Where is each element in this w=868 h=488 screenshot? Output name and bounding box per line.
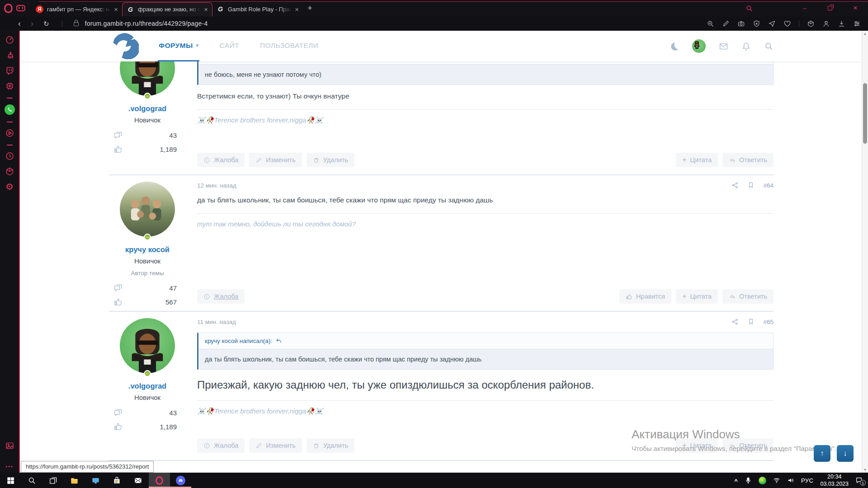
hidden-icons-chevron[interactable]: ^ [734, 478, 738, 484]
close-tab-icon[interactable]: × [204, 6, 208, 13]
report-button[interactable]: Жалоба [197, 153, 245, 167]
post-time[interactable]: 12 мин. назад [197, 182, 236, 189]
search-icon[interactable] [764, 42, 774, 51]
maximize-button[interactable] [817, 1, 843, 15]
back-icon[interactable]: ‹ [18, 19, 21, 28]
gx-control-icon[interactable] [5, 35, 14, 45]
gx-mods-icon[interactable] [5, 81, 14, 91]
send-to-flow-icon[interactable] [768, 20, 776, 28]
quote-button[interactable]: +Цитата [676, 153, 718, 167]
site-options-icon[interactable]: ⋮ [59, 20, 66, 27]
microphone-tray-icon[interactable] [745, 477, 752, 484]
opera-menu-icon[interactable] [4, 4, 13, 13]
history-clock-icon[interactable] [5, 151, 14, 161]
my-account-avatar[interactable] [692, 39, 706, 53]
jump-to-top-button[interactable]: ↑ [814, 445, 830, 462]
scrollbar-up-arrow[interactable]: ▲ [862, 32, 868, 35]
jump-to-bottom-button[interactable]: ↓ [837, 445, 854, 462]
reply-button[interactable]: Ответить [722, 153, 774, 167]
new-tab-button[interactable]: + [307, 3, 312, 13]
share-icon[interactable] [731, 182, 739, 189]
sidebar-more-icon[interactable]: ••• [5, 464, 14, 469]
report-button[interactable]: Жалоба [197, 438, 245, 453]
minimize-button[interactable]: – [792, 1, 817, 15]
nav-site[interactable]: САЙТ [218, 31, 240, 61]
taskbar-search-button[interactable] [21, 473, 42, 488]
inbox-mail-icon[interactable] [719, 42, 728, 51]
profile-icon[interactable] [822, 20, 830, 28]
tab-gambit-rules[interactable]: G Gambit Role Play - Правил × [212, 2, 303, 16]
gambit-logo[interactable] [109, 33, 139, 59]
start-button[interactable] [0, 473, 21, 488]
tab-active-thread[interactable]: G фракцию не знаю, но по п × [122, 2, 212, 16]
discord-taskbar-button[interactable] [170, 473, 191, 488]
scrollbar-down-arrow[interactable]: ▼ [862, 468, 868, 471]
like-button[interactable]: Нравится [619, 289, 671, 304]
snapshot-icon[interactable] [737, 20, 745, 28]
snapshot-image-icon[interactable] [5, 441, 14, 450]
downloads-icon[interactable] [838, 20, 845, 28]
mail-app-button[interactable] [127, 473, 149, 488]
scrollbar-thumb[interactable] [863, 83, 867, 144]
task-view-button[interactable] [42, 473, 64, 488]
bookmark-icon[interactable] [747, 182, 755, 189]
avatar[interactable] [120, 318, 175, 373]
bookmark-icon[interactable] [747, 318, 755, 325]
action-center-button[interactable]: 1 [855, 477, 863, 484]
close-tab-icon[interactable]: × [114, 6, 118, 13]
gx-cleaner-icon[interactable] [5, 51, 14, 60]
player-icon[interactable] [5, 128, 14, 138]
forward-icon[interactable]: › [31, 19, 33, 28]
nav-forums[interactable]: ФОРУМЫ ▾ [158, 31, 199, 61]
lock-icon[interactable] [74, 22, 79, 26]
edit-button[interactable]: Изменить [249, 438, 302, 453]
file-explorer-button[interactable] [64, 473, 85, 488]
delete-button[interactable]: Удалить [307, 153, 354, 167]
twitch-icon[interactable] [5, 66, 14, 75]
alerts-bell-icon[interactable] [741, 42, 751, 51]
volume-tray-icon[interactable] [787, 477, 794, 484]
quote-jump-icon[interactable] [276, 338, 282, 344]
reply-button[interactable]: Ответить [722, 289, 774, 304]
whatsapp-icon[interactable] [5, 104, 15, 115]
share-icon[interactable] [731, 318, 739, 325]
avatar[interactable] [120, 182, 175, 237]
tab-yandex[interactable]: Я гамбит рп — Яндекс: наш × [32, 2, 122, 16]
bookmark-heart-icon[interactable] [783, 20, 791, 28]
this-pc-button[interactable] [85, 473, 106, 488]
adblock-shield-icon[interactable] [753, 20, 760, 28]
taskbar-clock[interactable]: 20:34 03.03.2023 [820, 473, 849, 488]
quote-header[interactable]: кручу косой написал(а): [198, 333, 773, 349]
quote-button[interactable]: +Цитата [676, 438, 718, 453]
post-time[interactable]: 11 мин. назад [197, 319, 236, 325]
page-scrollbar[interactable]: ▲ ▼ [862, 31, 868, 473]
report-button[interactable]: Жалоба [197, 289, 245, 304]
post-number-link[interactable]: #65 [763, 319, 774, 325]
nav-users[interactable]: ПОЛЬЗОВАТЕЛИ [259, 31, 319, 61]
antivirus-tray-icon[interactable] [759, 477, 766, 484]
username-link[interactable]: .volgograd [128, 382, 166, 390]
gx-corner-icon[interactable] [16, 5, 25, 11]
zoom-icon[interactable] [707, 20, 714, 28]
easy-setup-icon[interactable] [853, 20, 861, 28]
edit-page-icon[interactable] [722, 20, 730, 28]
dark-mode-moon-icon[interactable] [670, 42, 679, 51]
close-window-button[interactable]: × [843, 1, 868, 15]
microsoft-store-button[interactable] [106, 473, 127, 488]
quote-button[interactable]: +Цитата [676, 289, 718, 304]
tab-search-icon[interactable] [745, 5, 753, 12]
reply-button[interactable]: Ответить [722, 438, 774, 453]
close-tab-icon[interactable]: × [295, 6, 299, 13]
post-number-link[interactable]: #64 [763, 182, 774, 189]
opera-gx-taskbar-button[interactable] [149, 473, 170, 488]
wifi-tray-icon[interactable] [773, 477, 780, 484]
extensions-cube-icon[interactable] [807, 20, 815, 28]
username-link[interactable]: кручу косой [125, 245, 170, 254]
delete-button[interactable]: Удалить [307, 438, 354, 453]
url-text[interactable]: forum.gambit-rp.ru/threads/442929/page-4 [85, 20, 208, 27]
avatar[interactable] [120, 61, 175, 96]
reload-icon[interactable]: ↻ [43, 20, 49, 27]
extensions-box-icon[interactable] [5, 167, 14, 176]
settings-gear-icon[interactable]: ⚙ [5, 182, 14, 191]
edit-button[interactable]: Изменить [249, 153, 302, 167]
